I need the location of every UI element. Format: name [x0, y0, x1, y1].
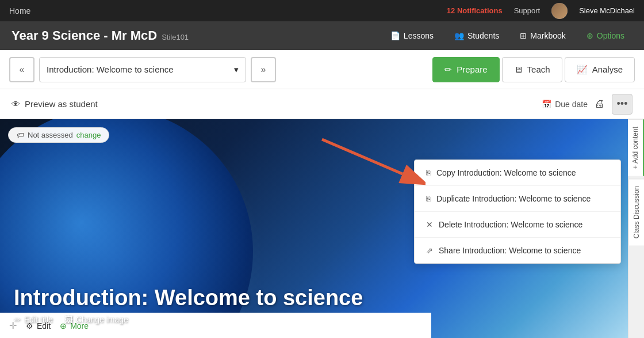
- edit-title-button[interactable]: ✏ Edit title: [14, 315, 53, 324]
- notification-count: 12: [447, 6, 455, 15]
- preview-text: Preview as student: [25, 99, 98, 109]
- prepare-button[interactable]: ✏ Prepare: [432, 57, 499, 82]
- tag-icon: 🏷: [17, 131, 24, 139]
- user-name: Sieve McDichael: [579, 6, 635, 15]
- change-image-button[interactable]: 🖼 Change image: [64, 315, 128, 324]
- hero-actions: ✏ Edit title 🖼 Change image: [14, 315, 614, 324]
- preview-bar: 👁 Preview as student 📅 Due date 🖨 •••: [0, 89, 644, 119]
- share-icon: ⇗: [426, 246, 433, 255]
- due-date-button[interactable]: 📅 Due date: [542, 100, 588, 109]
- copy-label: Copy Introduction: Welcome to science: [436, 168, 576, 177]
- lesson-toolbar: « Introduction: Welcome to science ▾ » ✏…: [0, 50, 644, 89]
- dropdown-arrow-icon: ▾: [234, 64, 239, 75]
- share-label: Share Introduction: Welcome to science: [439, 246, 581, 255]
- delete-menu-item[interactable]: ✕ Delete Introduction: Welcome to scienc…: [415, 212, 620, 238]
- course-subtitle: Stile101: [162, 33, 189, 41]
- teach-icon: 🖥: [514, 64, 523, 74]
- next-lesson-button[interactable]: »: [251, 57, 276, 82]
- markbook-icon: ⊞: [520, 31, 527, 40]
- duplicate-label: Duplicate Introduction: Welcome to scien…: [436, 194, 591, 203]
- nav-markbook[interactable]: ⊞ Markbook: [512, 28, 573, 44]
- lessons-label: Lessons: [404, 31, 434, 40]
- image-icon: 🖼: [64, 315, 72, 324]
- prev-lesson-button[interactable]: «: [9, 57, 34, 82]
- lesson-selector[interactable]: Introduction: Welcome to science ▾: [39, 57, 246, 82]
- course-title: Year 9 Science - Mr McD: [12, 28, 157, 43]
- avatar[interactable]: [551, 3, 568, 19]
- options-icon: ⊕: [586, 31, 593, 40]
- edit-pencil-icon: ✏: [14, 315, 21, 324]
- change-image-label: Change image: [76, 315, 128, 324]
- course-navigation: 📄 Lessons 👥 Students ⊞ Markbook ⊕ Option…: [382, 28, 632, 44]
- home-link[interactable]: Home: [9, 6, 30, 16]
- lesson-name: Introduction: Welcome to science: [47, 64, 174, 74]
- students-label: Students: [467, 31, 499, 40]
- notifications-badge[interactable]: 12 Notifications: [447, 6, 503, 15]
- teach-button[interactable]: 🖥 Teach: [502, 57, 562, 82]
- prepare-label: Prepare: [457, 64, 487, 74]
- delete-icon: ✕: [426, 220, 433, 229]
- class-discussion-tab[interactable]: Class Discussion: [629, 179, 644, 245]
- eye-icon: 👁: [12, 99, 20, 109]
- duplicate-icon: ⎘: [426, 194, 431, 203]
- add-content-tab[interactable]: + Add content: [628, 119, 644, 176]
- top-navigation: Home 12 Notifications Support Sieve McDi…: [0, 0, 644, 21]
- main-area: « Introduction: Welcome to science ▾ » ✏…: [0, 50, 644, 338]
- notifications-label: Notifications: [457, 6, 503, 15]
- preview-actions: 📅 Due date 🖨 •••: [542, 94, 632, 115]
- nav-lessons[interactable]: 📄 Lessons: [382, 28, 442, 44]
- markbook-label: Markbook: [530, 31, 565, 40]
- dropdown-menu: ⎘ Copy Introduction: Welcome to science …: [414, 159, 621, 264]
- pencil-icon: ✏: [444, 64, 452, 75]
- top-nav-left: Home: [9, 6, 30, 16]
- assessment-badge: 🏷 Not assessed change: [8, 127, 109, 143]
- share-menu-item[interactable]: ⇗ Share Introduction: Welcome to science: [415, 238, 620, 263]
- change-assessment-link[interactable]: change: [76, 131, 101, 139]
- preview-student-label[interactable]: 👁 Preview as student: [12, 99, 98, 109]
- ellipsis-icon: •••: [617, 98, 628, 110]
- delete-label: Delete Introduction: Welcome to science: [439, 220, 582, 229]
- top-nav-right: 12 Notifications Support Sieve McDichael: [447, 3, 635, 19]
- course-header: Year 9 Science - Mr McD Stile101 📄 Lesso…: [0, 21, 644, 50]
- analyse-button[interactable]: 📈 Analyse: [565, 57, 635, 82]
- more-options-button[interactable]: •••: [612, 94, 632, 115]
- support-link[interactable]: Support: [514, 6, 540, 15]
- course-title-area: Year 9 Science - Mr McD Stile101: [12, 28, 189, 43]
- right-sidebar: + Add content Class Discussion: [628, 119, 644, 338]
- copy-icon: ⎘: [426, 168, 431, 177]
- students-icon: 👥: [454, 31, 464, 40]
- class-discussion-label: Class Discussion: [632, 186, 641, 238]
- options-label: Options: [597, 31, 624, 40]
- nav-options[interactable]: ⊕ Options: [578, 28, 632, 44]
- nav-students[interactable]: 👥 Students: [446, 28, 507, 44]
- add-content-label: + Add content: [631, 127, 639, 169]
- edit-title-label: Edit title: [24, 315, 53, 324]
- analyse-icon: 📈: [577, 64, 588, 75]
- mode-buttons: ✏ Prepare 🖥 Teach 📈 Analyse: [432, 57, 635, 82]
- not-assessed-text: Not assessed: [28, 131, 73, 139]
- lessons-icon: 📄: [390, 31, 400, 40]
- calendar-icon: 📅: [542, 100, 551, 109]
- duplicate-menu-item[interactable]: ⎘ Duplicate Introduction: Welcome to sci…: [415, 186, 620, 212]
- teach-label: Teach: [527, 64, 550, 74]
- print-button[interactable]: 🖨: [595, 98, 605, 110]
- analyse-label: Analyse: [592, 64, 623, 74]
- hero-title: Introduction: Welcome to science: [14, 286, 614, 310]
- due-date-label: Due date: [555, 100, 588, 109]
- avatar-image: [551, 3, 568, 19]
- copy-menu-item[interactable]: ⎘ Copy Introduction: Welcome to science: [415, 160, 620, 186]
